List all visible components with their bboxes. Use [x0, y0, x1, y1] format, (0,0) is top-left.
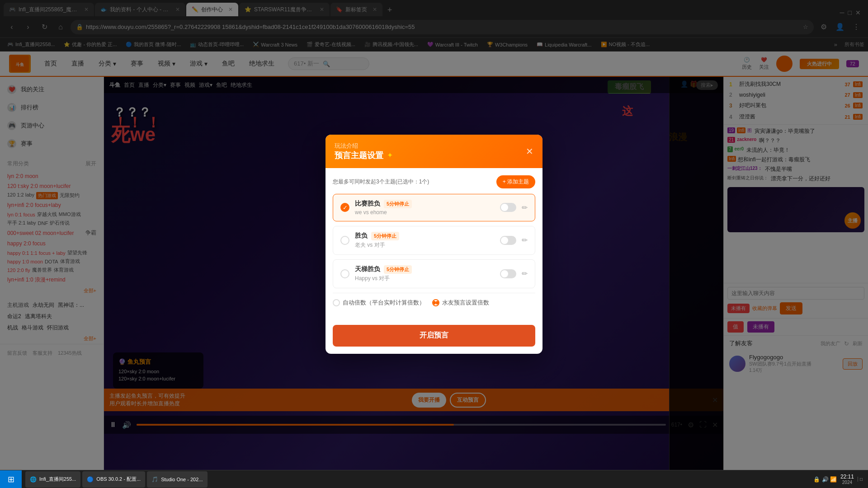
windows-start-button[interactable]: ⊞ — [0, 470, 22, 488]
modal-footer: 开启预言 — [326, 319, 542, 354]
modal-info-text: 您最多可同时发起3个主题(已选中：1个) — [333, 178, 429, 186]
system-tray-icons: 🔒 🔊 📶 — [813, 476, 837, 483]
pred-content-2: 胜负 5分钟停止 老夫 vs 对手 — [355, 232, 495, 249]
taskbar-right: 🔒 🔊 📶 22:11 2024 □ — [808, 474, 868, 485]
pred-checkbox-3 — [340, 269, 349, 278]
modal-info-row: 您最多可同时发起3个主题(已选中：1个) + 添加主题 — [333, 175, 535, 188]
modal-body: 您最多可同时发起3个主题(已选中：1个) + 添加主题 ✓ 比赛胜负 5分钟停止… — [326, 168, 542, 319]
pred-timer-2: 5分钟停止 — [371, 232, 399, 240]
prediction-option-2[interactable]: 胜负 5分钟停止 老夫 vs 对手 ✏ — [333, 226, 535, 255]
studio-icon: 🎵 — [151, 476, 158, 483]
taskbar-items: 🌐 Infi_直播间255... 🔵 OBS 30.0.2 - 配置... 🎵 … — [22, 471, 211, 488]
taskbar-studio-label: Studio One - 202... — [161, 477, 203, 482]
pred-timer-1: 5分钟停止 — [384, 200, 412, 208]
pred-edit-3[interactable]: ✏ — [522, 269, 528, 278]
taskbar: ⊞ 🌐 Infi_直播间255... 🔵 OBS 30.0.2 - 配置... … — [0, 470, 868, 488]
radio-auto — [333, 299, 340, 306]
pred-title-1: 比赛胜负 5分钟停止 — [355, 200, 495, 208]
toggle-3[interactable] — [500, 269, 516, 278]
clock-date: 2024 — [840, 480, 854, 485]
modal-overlay[interactable]: 玩法介绍 预言主题设置 ✦ ✕ 您最多可同时发起3个主题(已选中：1个) + 添… — [0, 0, 868, 488]
start-prediction-button[interactable]: 开启预言 — [333, 325, 535, 347]
pred-title-3: 天梯胜负 5分钟停止 — [355, 265, 495, 274]
system-clock: 22:11 2024 — [840, 474, 854, 485]
show-desktop-button[interactable]: □ — [858, 477, 863, 482]
pred-subtitle-1: we vs ehome — [355, 209, 495, 216]
multiplier-auto-label: 自动倍数（平台实时计算倍数） — [343, 299, 425, 307]
multiplier-row: 自动倍数（平台实时计算倍数） 水友预言设置倍数 — [333, 293, 535, 312]
pred-checkbox-1: ✓ — [340, 203, 349, 212]
pred-edit-2[interactable]: ✏ — [522, 236, 528, 244]
taskbar-obs[interactable]: 🔵 OBS 30.0.2 - 配置... — [82, 471, 145, 488]
pred-subtitle-2: 老夫 vs 对手 — [355, 241, 495, 249]
pred-content-3: 天梯胜负 5分钟停止 Happy vs 对手 — [355, 265, 495, 282]
pred-timer-3: 5分钟停止 — [384, 265, 412, 274]
taskbar-studio[interactable]: 🎵 Studio One - 202... — [147, 471, 207, 488]
windows-icon: ⊞ — [8, 474, 14, 484]
modal-subtitle-block: 玩法介绍 预言主题设置 ✦ — [335, 142, 393, 161]
pred-toggle-3 — [500, 269, 516, 278]
taskbar-browser-label: Infi_直播间255... — [39, 476, 76, 483]
pred-checkbox-2 — [340, 236, 349, 245]
modal-title-row: 预言主题设置 ✦ — [335, 150, 393, 161]
radio-manual — [432, 299, 439, 306]
modal-header: 玩法介绍 预言主题设置 ✦ ✕ — [326, 135, 542, 168]
pred-title-2: 胜负 5分钟停止 — [355, 232, 495, 240]
toggle-1[interactable] — [500, 203, 516, 212]
multiplier-manual[interactable]: 水友预言设置倍数 — [432, 299, 489, 307]
prediction-option-1[interactable]: ✓ 比赛胜负 5分钟停止 we vs ehome ✏ — [333, 194, 535, 221]
sparkle-icon: ✦ — [387, 151, 393, 160]
modal-title-section: 玩法介绍 预言主题设置 ✦ — [335, 142, 393, 161]
multiplier-manual-label: 水友预言设置倍数 — [442, 299, 489, 307]
obs-icon: 🔵 — [87, 476, 94, 483]
browser-icon: 🌐 — [30, 476, 37, 483]
multiplier-auto[interactable]: 自动倍数（平台实时计算倍数） — [333, 299, 425, 307]
pred-subtitle-3: Happy vs 对手 — [355, 275, 495, 282]
taskbar-obs-label: OBS 30.0.2 - 配置... — [96, 476, 141, 483]
prediction-modal: 玩法介绍 预言主题设置 ✦ ✕ 您最多可同时发起3个主题(已选中：1个) + 添… — [326, 135, 542, 354]
pred-toggle-2 — [500, 236, 516, 245]
pred-edit-1[interactable]: ✏ — [522, 203, 528, 212]
add-theme-button[interactable]: + 添加主题 — [496, 175, 535, 188]
modal-subtitle: 玩法介绍 — [335, 142, 393, 150]
modal-close-button[interactable]: ✕ — [526, 146, 533, 157]
clock-time: 22:11 — [840, 474, 854, 480]
prediction-option-3[interactable]: 天梯胜负 5分钟停止 Happy vs 对手 ✏ — [333, 259, 535, 288]
pred-toggle-1 — [500, 203, 516, 212]
pred-content-1: 比赛胜负 5分钟停止 we vs ehome — [355, 200, 495, 216]
modal-title: 预言主题设置 — [335, 150, 383, 161]
toggle-2[interactable] — [500, 236, 516, 245]
taskbar-browser[interactable]: 🌐 Infi_直播间255... — [25, 471, 80, 488]
